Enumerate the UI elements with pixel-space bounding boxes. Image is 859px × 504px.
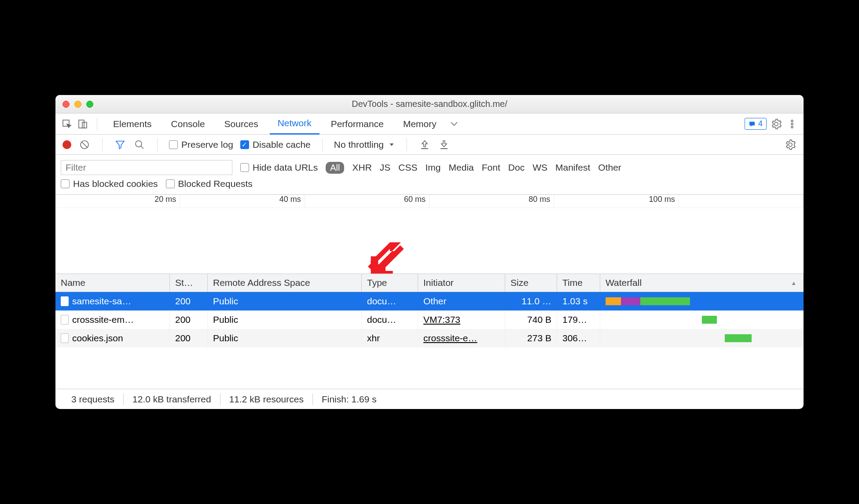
cell-status: 200 [170, 292, 208, 310]
cell-initiator[interactable]: crosssite-e… [418, 329, 505, 347]
kebab-menu-icon[interactable] [786, 118, 798, 130]
settings-icon[interactable] [770, 118, 782, 130]
titlebar: DevTools - samesite-sandbox.glitch.me/ [55, 95, 804, 113]
messages-chip[interactable]: 4 [745, 118, 767, 130]
status-finish: Finish: 1.69 s [313, 394, 385, 405]
annotation-arrow-icon [363, 238, 407, 274]
file-icon [61, 296, 69, 306]
timeline-tick: 40 ms [180, 195, 305, 208]
filter-icon[interactable] [114, 139, 126, 151]
cell-name: crosssite-em… [55, 310, 170, 329]
cell-size: 740 B [505, 310, 557, 329]
cell-status: 200 [170, 310, 208, 329]
cell-waterfall [600, 329, 804, 347]
status-resources: 11.2 kB resources [220, 394, 312, 405]
filter-bar: Hide data URLs All XHR JS CSS Img Media … [55, 155, 804, 195]
sort-icon: ▲ [791, 280, 797, 286]
filter-type-doc[interactable]: Doc [508, 162, 525, 173]
has-blocked-cookies-checkbox[interactable]: Has blocked cookies [61, 179, 158, 189]
filter-type-xhr[interactable]: XHR [352, 162, 371, 173]
col-name[interactable]: Name [55, 274, 170, 292]
table-row[interactable]: samesite-sa…200Publicdocu…Other11.0 …1.0… [55, 292, 804, 310]
filter-type-js[interactable]: JS [380, 162, 391, 173]
cell-time: 1.03 s [557, 292, 600, 310]
cell-initiator[interactable]: VM7:373 [418, 310, 505, 329]
preserve-log-checkbox[interactable]: Preserve log [169, 139, 233, 150]
tab-console[interactable]: Console [163, 113, 213, 135]
filter-type-all[interactable]: All [326, 162, 344, 174]
tab-performance[interactable]: Performance [323, 113, 392, 135]
maximize-window-button[interactable] [86, 101, 93, 108]
svg-rect-3 [749, 121, 755, 125]
col-size[interactable]: Size [505, 274, 557, 292]
col-waterfall[interactable]: Waterfall▲ [600, 274, 804, 292]
cell-time: 306… [557, 329, 600, 347]
col-initiator[interactable]: Initiator [418, 274, 505, 292]
hide-data-urls-checkbox[interactable]: Hide data URLs [240, 162, 318, 173]
close-window-button[interactable] [62, 101, 70, 108]
network-toolbar: Preserve log ✓Disable cache No throttlin… [55, 135, 804, 155]
search-icon[interactable] [133, 139, 146, 151]
window-title: DevTools - samesite-sandbox.glitch.me/ [55, 99, 804, 109]
col-type[interactable]: Type [362, 274, 418, 292]
svg-point-5 [791, 123, 793, 125]
upload-icon[interactable] [418, 139, 431, 151]
svg-rect-2 [82, 122, 87, 128]
table-row[interactable]: crosssite-em…200Publicdocu…VM7:373740 B1… [55, 310, 804, 329]
tab-sources[interactable]: Sources [217, 113, 266, 135]
blocked-requests-checkbox[interactable]: Blocked Requests [166, 179, 253, 189]
file-icon [61, 333, 69, 343]
cell-status: 200 [170, 329, 208, 347]
download-icon[interactable] [438, 139, 450, 151]
clear-icon[interactable] [78, 139, 91, 151]
cell-size: 11.0 … [505, 292, 557, 310]
filter-type-other[interactable]: Other [598, 162, 621, 173]
filter-type-img[interactable]: Img [426, 162, 441, 173]
timeline-overview[interactable]: 20 ms 40 ms 60 ms 80 ms 100 ms [55, 195, 804, 274]
col-remote-address-space[interactable]: Remote Address Space [208, 274, 362, 292]
col-status[interactable]: St… [170, 274, 208, 292]
cell-remote: Public [208, 292, 362, 310]
filter-type-font[interactable]: Font [482, 162, 500, 173]
tab-elements[interactable]: Elements [105, 113, 160, 135]
cell-waterfall [600, 292, 804, 310]
cell-type: docu… [362, 310, 418, 329]
cell-type: xhr [362, 329, 418, 347]
throttling-select[interactable]: No throttling [334, 139, 395, 150]
svg-rect-1 [79, 120, 84, 128]
more-tabs-icon[interactable] [448, 118, 460, 130]
timeline-tick: 80 ms [430, 195, 554, 208]
cell-type: docu… [362, 292, 418, 310]
status-requests: 3 requests [62, 394, 123, 405]
table-row[interactable]: cookies.json200Publicxhrcrosssite-e…273 … [55, 329, 804, 347]
timeline-tick: 100 ms [554, 195, 679, 208]
filter-type-manifest[interactable]: Manifest [555, 162, 590, 173]
main-tabs: Elements Console Sources Network Perform… [55, 113, 804, 135]
cell-name: cookies.json [55, 329, 170, 347]
status-transferred: 12.0 kB transferred [124, 394, 220, 405]
network-settings-icon[interactable] [784, 139, 797, 151]
table-header: Name St… Remote Address Space Type Initi… [55, 274, 804, 292]
cell-name: samesite-sa… [55, 292, 170, 310]
minimize-window-button[interactable] [74, 101, 81, 108]
request-table-body: samesite-sa…200Publicdocu…Other11.0 …1.0… [55, 292, 804, 389]
record-button[interactable] [62, 140, 71, 149]
inspect-icon[interactable] [61, 118, 73, 130]
cell-time: 179… [557, 310, 600, 329]
cell-size: 273 B [505, 329, 557, 347]
tab-network[interactable]: Network [270, 113, 319, 135]
filter-input[interactable] [61, 160, 232, 175]
tab-memory[interactable]: Memory [395, 113, 444, 135]
filter-type-css[interactable]: CSS [398, 162, 417, 173]
devtools-window: DevTools - samesite-sandbox.glitch.me/ E… [55, 95, 804, 409]
col-time[interactable]: Time [557, 274, 600, 292]
timeline-tick: 60 ms [305, 195, 430, 208]
cell-remote: Public [208, 310, 362, 329]
timeline-tick: 20 ms [55, 195, 180, 208]
disable-cache-checkbox[interactable]: ✓Disable cache [240, 139, 311, 150]
filter-type-ws[interactable]: WS [532, 162, 547, 173]
device-toggle-icon[interactable] [77, 118, 89, 130]
filter-type-media[interactable]: Media [449, 162, 474, 173]
cell-initiator: Other [418, 292, 505, 310]
svg-point-8 [136, 141, 142, 147]
